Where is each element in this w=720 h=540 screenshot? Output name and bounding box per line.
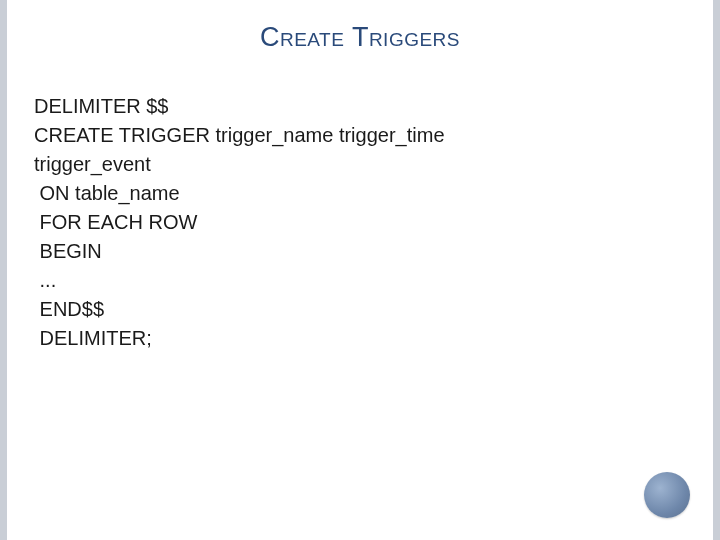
code-line: ON table_name [34,179,445,208]
decor-bar-right [713,0,720,540]
code-line: END$$ [34,295,445,324]
page-title: Create Triggers [0,0,720,53]
decor-circle-icon [644,472,690,518]
code-line: BEGIN [34,237,445,266]
code-line: trigger_event [34,150,445,179]
code-block: DELIMITER $$ CREATE TRIGGER trigger_name… [34,92,445,353]
code-line: FOR EACH ROW [34,208,445,237]
code-line: ... [34,266,445,295]
code-line: DELIMITER; [34,324,445,353]
code-line: DELIMITER $$ [34,92,445,121]
code-line: CREATE TRIGGER trigger_name trigger_time [34,121,445,150]
decor-bar-left [0,0,7,540]
slide: Create Triggers DELIMITER $$ CREATE TRIG… [0,0,720,540]
